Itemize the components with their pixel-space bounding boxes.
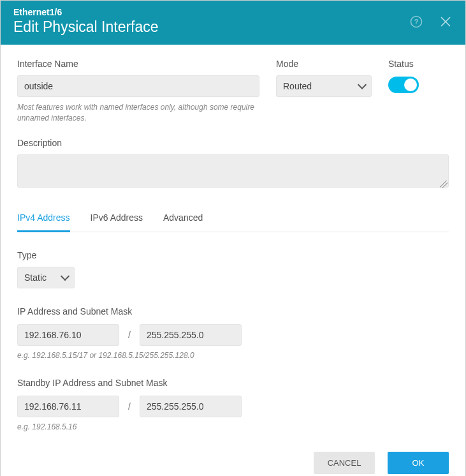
standby-ip-subnet-label: Standby IP Address and Subnet Mask xyxy=(17,378,449,388)
standby-ip-example: e.g. 192.168.5.16 xyxy=(17,422,449,431)
description-label: Description xyxy=(17,138,449,148)
ip-example: e.g. 192.168.5.15/17 or 192.168.5.15/255… xyxy=(17,351,449,360)
tab-advanced[interactable]: Advanced xyxy=(163,207,203,232)
status-label: Status xyxy=(388,59,439,69)
toggle-knob xyxy=(404,78,417,91)
edit-physical-interface-dialog: Ethernet1/6 Edit Physical Interface ? In… xyxy=(0,0,466,476)
subnet-mask-input[interactable] xyxy=(140,324,242,346)
close-icon[interactable] xyxy=(439,15,453,29)
tabs: IPv4 Address IPv6 Address Advanced xyxy=(17,207,449,232)
type-label: Type xyxy=(17,250,449,260)
dialog-header: Ethernet1/6 Edit Physical Interface ? xyxy=(1,1,465,45)
type-select[interactable]: Static xyxy=(17,267,75,288)
interface-name-input[interactable] xyxy=(17,75,259,97)
standby-ip-separator: / xyxy=(128,401,131,412)
standby-ip-address-input[interactable] xyxy=(17,396,119,417)
interface-name-hint: Most features work with named interfaces… xyxy=(17,102,259,124)
ip-subnet-label: IP Address and Subnet Mask xyxy=(17,306,449,316)
header-title: Edit Physical Interface xyxy=(13,19,409,36)
ok-button[interactable]: OK xyxy=(388,452,449,474)
svg-text:?: ? xyxy=(414,18,419,26)
header-interface-id: Ethernet1/6 xyxy=(13,7,409,17)
dialog-footer: CANCEL OK xyxy=(1,440,465,476)
mode-label: Mode xyxy=(276,59,372,69)
mode-select[interactable]: Routed xyxy=(276,75,372,97)
standby-subnet-mask-input[interactable] xyxy=(140,396,242,417)
ip-separator: / xyxy=(128,330,131,340)
interface-name-label: Interface Name xyxy=(17,59,259,69)
ip-address-input[interactable] xyxy=(17,324,119,346)
tab-ipv4-address[interactable]: IPv4 Address xyxy=(17,207,70,232)
description-textarea[interactable] xyxy=(17,154,449,188)
cancel-button[interactable]: CANCEL xyxy=(314,452,375,474)
help-icon[interactable]: ? xyxy=(409,15,423,29)
status-toggle[interactable] xyxy=(388,77,419,93)
tab-ipv6-address[interactable]: IPv6 Address xyxy=(91,207,143,232)
